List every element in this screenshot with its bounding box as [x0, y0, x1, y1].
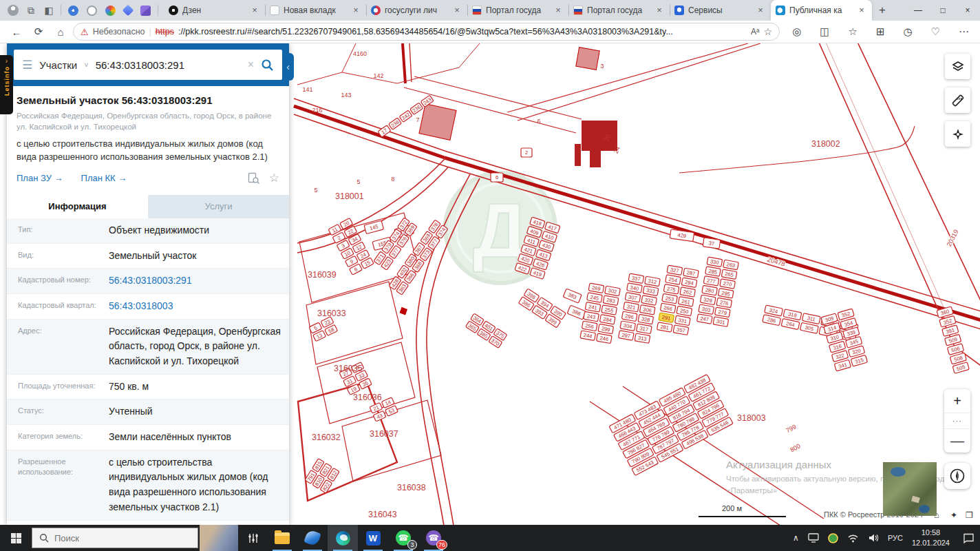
tab-close-icon[interactable]: × [856, 5, 867, 16]
search-icon[interactable] [261, 59, 274, 72]
antivirus-tray-icon[interactable] [828, 533, 838, 543]
history-icon[interactable]: ◷ [903, 25, 912, 38]
url-scheme: https [156, 27, 174, 37]
minimize-button[interactable]: — [906, 0, 930, 21]
tab-information[interactable]: Информация [7, 195, 148, 218]
browser-tab[interactable]: Портал госуда× [467, 0, 568, 21]
browser-tab[interactable]: Публичная ка× [771, 0, 872, 21]
new-tab-button[interactable]: + [872, 3, 893, 17]
language-indicator[interactable]: РУС [888, 534, 903, 542]
panel-collapse-button[interactable]: ‹ [282, 53, 294, 81]
more-menu-icon[interactable]: ⋯ [959, 25, 969, 38]
field-row: Разрешенное использование:с целью строит… [7, 450, 289, 521]
back-button[interactable]: ← [7, 22, 26, 41]
taskbar-search-input[interactable] [54, 533, 164, 543]
browser-tab[interactable]: госуслуги лич× [366, 0, 467, 21]
field-label: Адрес: [7, 320, 109, 374]
address-bar[interactable]: ⚠ Небезопасно | https ://pkk.rosreestr.r… [73, 23, 780, 41]
document-search-icon[interactable] [248, 172, 259, 184]
chevron-down-icon[interactable]: ˅ [84, 61, 88, 69]
favorite-star-icon[interactable]: ☆ [269, 171, 279, 185]
clock[interactable]: 10:58 12.01.2024 [912, 528, 950, 548]
taskbar-app-word[interactable]: W [358, 525, 388, 551]
display-connect-icon[interactable] [808, 533, 819, 543]
coupons-icon[interactable]: ◎ [792, 25, 801, 38]
tab-close-icon[interactable]: × [654, 5, 665, 16]
field-row: Площадь уточненная:750 кв. м [7, 375, 289, 400]
parcel-description: с целью строительства индивидуальных жил… [17, 138, 279, 164]
collections-icon[interactable]: ⊞ [876, 25, 885, 38]
zoom-in-button[interactable]: + [944, 389, 970, 413]
menu-icon[interactable]: ☰ [22, 58, 32, 72]
field-value[interactable]: 56:43:0318003:291 [109, 269, 289, 293]
add-favorite-icon[interactable]: ☆ [764, 26, 773, 37]
browser-essentials-icon[interactable]: ♡ [931, 25, 940, 38]
start-button[interactable] [0, 525, 32, 551]
tab-close-icon[interactable]: × [755, 5, 766, 16]
browser-toolbar: ← ⟳ ⌂ ⚠ Небезопасно | https ://pkk.rosre… [0, 21, 980, 43]
measure-button[interactable] [945, 87, 970, 113]
browser-tab[interactable]: Новая вкладк× [265, 0, 366, 21]
geolocation-button[interactable] [944, 463, 970, 489]
notification-center-button[interactable] [957, 525, 980, 551]
plan-kk-link[interactable]: План КК → [81, 173, 127, 183]
clear-search-icon[interactable]: × [248, 59, 254, 71]
tray-chevron-icon[interactable]: ∧ [793, 533, 799, 543]
taskbar-app-edge[interactable] [328, 525, 358, 551]
home-button[interactable]: ⌂ [51, 22, 70, 41]
browser-tab[interactable]: Дзен× [164, 0, 265, 21]
taskbar-app-viber[interactable]: ☎ 76 [418, 525, 449, 551]
refresh-button[interactable]: ⟳ [29, 22, 48, 41]
quarter-label: 316039 [308, 270, 337, 280]
pinned-extension-icon[interactable] [105, 6, 116, 16]
locate-object-button[interactable] [945, 121, 970, 147]
pinned-extension-icon[interactable] [122, 5, 134, 17]
url-text[interactable]: ://pkk.rosreestr.ru/#/search/51.22326707… [178, 27, 673, 37]
fullscreen-map-icon[interactable]: ❐ [966, 510, 973, 520]
tab-close-icon[interactable]: × [553, 5, 564, 16]
search-input[interactable] [96, 59, 241, 71]
pinned-extension-icon[interactable] [68, 6, 78, 16]
pinned-extension-icon[interactable] [87, 6, 97, 16]
taskbar-app-explorer[interactable] [267, 525, 297, 551]
field-label: Вид: [7, 244, 109, 269]
zoom-more-button[interactable]: ··· [944, 413, 970, 429]
field-value[interactable]: 56:43:0318003 [109, 294, 289, 319]
wifi-icon[interactable] [847, 534, 859, 543]
profile-avatar-icon[interactable] [8, 5, 19, 16]
workspaces-icon[interactable]: ⧉ [22, 1, 40, 19]
volume-icon[interactable] [868, 533, 879, 543]
letsinfo-extension-tab[interactable]: › Letsinfo [0, 55, 13, 114]
layers-button[interactable] [945, 54, 970, 79]
tab-close-icon[interactable]: × [451, 5, 462, 16]
basemap-thumbnail[interactable] [883, 462, 937, 516]
taskbar-app-whatsapp[interactable]: ☎ 3 [388, 525, 418, 551]
parcel-number: 2 [525, 149, 528, 156]
tab-close-icon[interactable]: × [249, 5, 260, 16]
marker-map-icon[interactable]: ✦ [950, 510, 957, 520]
tab-close-icon[interactable]: × [350, 5, 361, 16]
toolbar-icons: ◎◫☆⊞◷♡⋯ [792, 25, 969, 38]
read-aloud-icon[interactable]: Aᵃ [751, 27, 759, 37]
taskbar-app-photos[interactable] [297, 525, 328, 551]
field-label: Кадастровый номер: [7, 269, 109, 293]
tab-services[interactable]: Услуги [148, 195, 289, 218]
taskbar-search[interactable] [32, 528, 198, 548]
plan-zu-link[interactable]: План ЗУ → [17, 173, 63, 183]
zoom-out-button[interactable]: — [944, 429, 970, 453]
vertical-tabs-icon[interactable]: ◧ [40, 1, 58, 19]
favorites-icon[interactable]: ☆ [848, 25, 857, 38]
maximize-button[interactable]: □ [930, 0, 955, 21]
task-view-button[interactable] [238, 525, 267, 551]
field-label: Категория земель: [7, 425, 109, 450]
news-widget-thumbnail[interactable] [200, 525, 238, 551]
search-bar[interactable]: ☰ Участки ˅ × [14, 50, 282, 80]
close-button[interactable]: × [955, 0, 980, 21]
pinned-extension-icon[interactable] [140, 6, 151, 16]
split-screen-icon[interactable]: ◫ [820, 25, 829, 38]
search-category[interactable]: Участки [39, 59, 77, 71]
browser-tab[interactable]: Портал госуда× [568, 0, 670, 21]
security-warning-icon[interactable]: ⚠ [81, 27, 89, 37]
quarter-label: 318001 [335, 191, 364, 201]
browser-tab[interactable]: Сервисы× [670, 0, 771, 21]
